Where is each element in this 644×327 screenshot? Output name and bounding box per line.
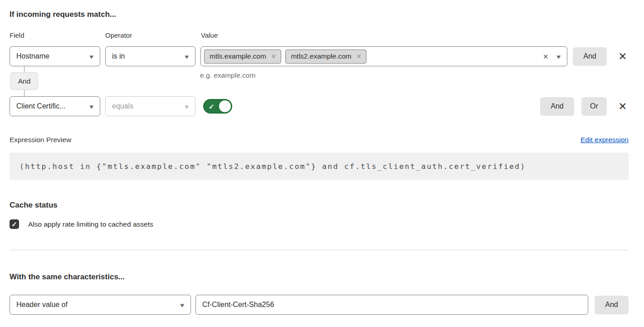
operator-select-1-value: is in — [112, 52, 125, 60]
field-select-2-value: Client Certific... — [16, 102, 65, 110]
field-labels-row: Field Operator Value — [10, 31, 629, 40]
field-select-1[interactable]: Hostname ▾ — [10, 46, 100, 66]
cached-assets-checkbox-label: Also apply rate limiting to cached asset… — [28, 220, 153, 228]
condition-row-2: Client Certific... ▾ equals ▾ ✓ And Or ✕ — [10, 96, 629, 116]
row-connector-area: And e.g. example.com — [10, 66, 629, 96]
value-label: Value — [201, 31, 218, 40]
delete-condition-icon[interactable]: ✕ — [617, 101, 629, 112]
condition-row-1: Hostname ▾ is in ▾ mtls.example.com × mt… — [10, 46, 629, 66]
cache-checkbox-row: ✓ Also apply rate limiting to cached ass… — [10, 219, 629, 229]
and-button-row2[interactable]: And — [540, 97, 574, 116]
value-tag: mtls2.example.com × — [285, 50, 366, 64]
check-icon: ✓ — [209, 103, 215, 110]
field-select-2[interactable]: Client Certific... ▾ — [10, 96, 100, 116]
header-name-input[interactable] — [195, 295, 588, 315]
chevron-down-icon: ▾ — [90, 53, 94, 60]
delete-condition-icon[interactable]: ✕ — [617, 51, 629, 62]
value-multiselect[interactable]: mtls.example.com × mtls2.example.com × ✕… — [200, 46, 567, 66]
field-label: Field — [10, 31, 100, 40]
characteristics-title: With the same characteristics... — [10, 272, 629, 282]
cache-status-title: Cache status — [10, 201, 629, 210]
multiselect-controls: ✕ ▾ — [543, 53, 561, 60]
expression-preview-label: Expression Preview — [10, 136, 71, 144]
chevron-down-icon: ▾ — [185, 103, 189, 110]
field-select-1-value: Hostname — [16, 52, 49, 60]
value-tag: mtls.example.com × — [204, 50, 281, 64]
expression-preview-header: Expression Preview Edit expression — [10, 136, 629, 144]
chevron-down-icon: ▾ — [185, 53, 189, 60]
toggle-knob — [219, 100, 231, 112]
operator-select-1[interactable]: is in ▾ — [105, 46, 195, 66]
value-tag-text: mtls.example.com — [210, 52, 266, 60]
logical-connector: And — [10, 66, 38, 96]
connector-and-button[interactable]: And — [10, 72, 38, 90]
value-tag-text: mtls2.example.com — [291, 52, 351, 60]
connector-line — [24, 90, 24, 96]
edit-expression-link[interactable]: Edit expression — [581, 136, 629, 144]
tag-remove-icon[interactable]: × — [356, 52, 361, 60]
expression-code: (http.host in {"mtls.example.com" "mtls2… — [10, 153, 629, 180]
tag-remove-icon[interactable]: × — [271, 52, 276, 60]
characteristic-select-value: Header value of — [16, 301, 68, 309]
and-button-characteristics[interactable]: And — [595, 296, 629, 314]
operator-select-2-value: equals — [112, 102, 133, 110]
characteristics-row: Header value of ▾ And — [10, 295, 629, 315]
chevron-down-icon: ▾ — [181, 302, 185, 308]
operator-label: Operator — [105, 31, 195, 40]
connector-line — [24, 66, 24, 72]
chevron-down-icon: ▾ — [557, 53, 561, 60]
operator-select-2: equals ▾ — [105, 96, 195, 116]
section-divider — [10, 250, 629, 250]
cached-assets-checkbox[interactable]: ✓ — [10, 219, 19, 229]
and-button-row1[interactable]: And — [573, 47, 607, 66]
value-helper-text: e.g. example.com — [200, 71, 255, 79]
rule-builder: If incoming requests match... Field Oper… — [10, 10, 629, 315]
check-icon: ✓ — [11, 221, 17, 228]
or-button-row2[interactable]: Or — [581, 97, 607, 116]
clear-values-icon[interactable]: ✕ — [543, 53, 549, 60]
chevron-down-icon: ▾ — [90, 103, 94, 110]
match-section-title: If incoming requests match... — [10, 10, 629, 19]
characteristic-select[interactable]: Header value of ▾ — [10, 295, 191, 315]
boolean-toggle[interactable]: ✓ — [203, 99, 232, 114]
